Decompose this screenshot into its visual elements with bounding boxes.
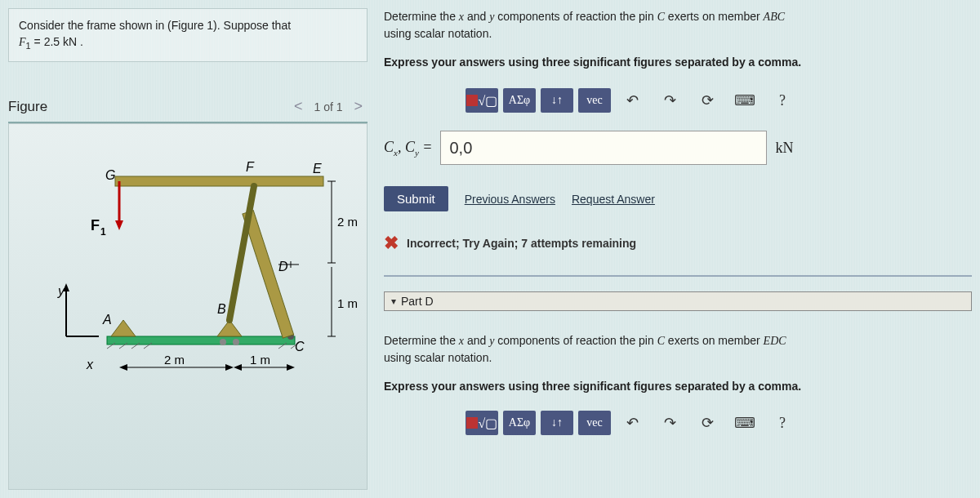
partC-express-note: Express your answers using three signifi… xyxy=(384,56,972,69)
partC-actions: Submit Previous Answers Request Answer xyxy=(384,186,972,211)
figure-pager-text: 1 of 1 xyxy=(314,100,342,113)
partC-answer-label: Cx, Cy = xyxy=(384,139,432,158)
tool-arrows-2[interactable]: ↓↑ xyxy=(541,411,573,435)
partD-instruction: Determine the x and y components of reac… xyxy=(384,332,972,367)
svg-marker-21 xyxy=(115,220,123,230)
tool-redo[interactable]: ↷ xyxy=(653,88,686,113)
equation-toolbar: √▢ ΑΣφ ↓↑ vec ↶ ↷ ⟳ ⌨ ? xyxy=(466,83,972,118)
tool-arrows[interactable]: ↓↑ xyxy=(541,88,573,113)
problem-statement: Consider the frame shown in (Figure 1). … xyxy=(8,8,368,62)
tool-reset-2[interactable]: ⟳ xyxy=(691,411,724,435)
svg-line-19 xyxy=(229,186,254,320)
previous-answers-link[interactable]: Previous Answers xyxy=(465,193,555,206)
tool-vec[interactable]: vec xyxy=(578,88,611,113)
point-B-label: B xyxy=(217,302,226,316)
figure-next[interactable]: > xyxy=(349,96,368,117)
dim-1m-v: 1 m xyxy=(337,296,358,310)
axis-x-label: x xyxy=(86,358,94,371)
tool-keyboard[interactable]: ⌨ xyxy=(728,88,761,113)
tool-help-2[interactable]: ? xyxy=(766,411,799,435)
tool-greek[interactable]: ΑΣφ xyxy=(503,88,536,113)
svg-rect-3 xyxy=(107,336,295,345)
point-A-label: A xyxy=(102,313,112,327)
tool-templates[interactable]: √▢ xyxy=(466,88,498,113)
point-G-label: G xyxy=(105,168,115,182)
submit-button[interactable]: Submit xyxy=(384,186,448,211)
svg-text:1: 1 xyxy=(100,226,106,238)
partC-answer-input[interactable] xyxy=(440,131,767,165)
dim-1m-h: 1 m xyxy=(250,353,270,367)
tool-greek-2[interactable]: ΑΣφ xyxy=(503,411,536,435)
tool-vec-2[interactable]: vec xyxy=(578,411,611,435)
svg-marker-32 xyxy=(234,364,242,371)
equation-toolbar-partD: √▢ ΑΣφ ↓↑ vec ↶ ↷ ⟳ ⌨ ? xyxy=(466,406,972,440)
point-D-label: D xyxy=(278,260,288,273)
figure-title: Figure xyxy=(8,99,47,115)
dim-2m-v: 2 m xyxy=(337,215,358,229)
partD-title: Part D xyxy=(401,295,434,308)
point-F-label: F xyxy=(246,160,255,174)
figure-prev[interactable]: < xyxy=(289,96,308,117)
tool-redo-2[interactable]: ↷ xyxy=(653,411,686,435)
figure-diagram: y x A B xyxy=(8,123,368,490)
tool-undo-2[interactable]: ↶ xyxy=(616,411,648,435)
partC-unit: kN xyxy=(775,140,793,157)
tool-reset[interactable]: ⟳ xyxy=(691,88,724,113)
divider xyxy=(384,275,972,277)
figure-header: Figure < 1 of 1 > xyxy=(8,91,368,123)
partC-instruction: Determine the x and y components of reac… xyxy=(384,8,972,42)
collapse-icon: ▾ xyxy=(391,296,396,307)
force-F1-label: F xyxy=(91,217,100,233)
svg-marker-29 xyxy=(119,364,127,371)
tool-keyboard-2[interactable]: ⌨ xyxy=(728,411,761,435)
figure-pager: < 1 of 1 > xyxy=(289,96,368,117)
incorrect-icon: ✖ xyxy=(384,233,399,254)
svg-marker-30 xyxy=(225,364,234,371)
svg-point-12 xyxy=(220,339,226,345)
tool-undo[interactable]: ↶ xyxy=(616,88,648,113)
tool-help[interactable]: ? xyxy=(766,88,799,113)
point-C-label: C xyxy=(295,340,305,353)
point-E-label: E xyxy=(313,162,322,176)
svg-point-13 xyxy=(233,339,239,345)
partD-express-note: Express your answers using three signifi… xyxy=(384,380,972,393)
partD-header[interactable]: ▾ Part D xyxy=(384,291,972,311)
dim-2m-h: 2 m xyxy=(164,353,185,367)
feedback-message: ✖ Incorrect; Try Again; 7 attempts remai… xyxy=(384,226,972,260)
tool-templates-2[interactable]: √▢ xyxy=(466,411,498,435)
svg-rect-15 xyxy=(243,211,294,338)
problem-line-2: F1 = 2.5 kN . xyxy=(19,33,357,53)
request-answer-link[interactable]: Request Answer xyxy=(572,193,655,206)
svg-marker-33 xyxy=(287,364,295,371)
partC-answer-row: Cx, Cy = kN xyxy=(384,126,972,170)
svg-rect-18 xyxy=(115,176,323,186)
axis-y-label: y xyxy=(57,284,65,298)
svg-marker-10 xyxy=(111,320,136,336)
problem-line-1: Consider the frame shown in (Figure 1). … xyxy=(19,17,357,33)
